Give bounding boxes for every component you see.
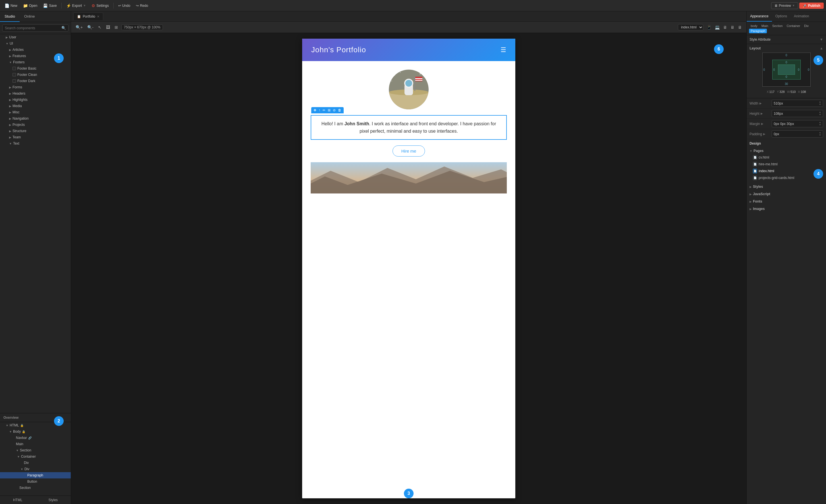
publish-button[interactable]: 🚀 Publish (799, 3, 824, 9)
tree-item-highlights[interactable]: ▶Highlights (0, 97, 71, 103)
pointer-tool-button[interactable]: ↖ (97, 24, 103, 31)
search-input[interactable] (5, 26, 60, 30)
right-panel-tabs: Appearance Options Animation (747, 11, 826, 22)
tablet-view-button[interactable]: 💻 (714, 24, 721, 31)
ov-div1[interactable]: ▶Div (0, 460, 71, 466)
delete-button[interactable]: 🗑 (337, 108, 342, 113)
bc-container[interactable]: Container (785, 23, 802, 28)
tree-item-text[interactable]: ▼Text (0, 140, 71, 146)
padding-expand-icon[interactable]: ▶ (763, 132, 765, 135)
hire-me-button[interactable]: Hire me (393, 145, 425, 156)
zoom-out-button[interactable]: 🔍- (86, 24, 95, 31)
layout-section: Layout ▲ 0 30 0 0 0 0 0 0 (747, 44, 826, 98)
layers-tool-button[interactable]: ⊞ (113, 24, 119, 31)
width-expand-icon[interactable]: ▶ (760, 102, 762, 105)
tree-item-ui[interactable]: ▼UI (0, 40, 71, 47)
width-input[interactable]: 510px ▲ ▼ (772, 100, 823, 107)
fonts-header[interactable]: ▶ Fonts (750, 198, 823, 204)
height-expand-icon[interactable]: ▶ (761, 112, 763, 115)
bc-body[interactable]: body (749, 23, 759, 28)
up-button[interactable]: ↑ (318, 108, 321, 113)
ov-main[interactable]: ▶Main (0, 441, 71, 447)
tab-html[interactable]: HTML (0, 496, 36, 504)
padding-input[interactable]: 0px ▲ ▼ (772, 130, 823, 137)
bc-section[interactable]: Section (771, 23, 784, 28)
desktop-sm-view-button[interactable]: 🖥 (722, 24, 728, 31)
copy-button[interactable]: ⊞ (327, 108, 332, 113)
tree-item-headers[interactable]: ▶Headers (0, 90, 71, 97)
tree-item-features[interactable]: ▶Features (0, 53, 71, 59)
content-box (778, 64, 795, 75)
width-stepper[interactable]: ▲ ▼ (819, 101, 821, 106)
layout-toggle[interactable]: ▲ (820, 46, 823, 50)
desktop-lg-view-button[interactable]: 🖥 (737, 24, 743, 31)
tree-item-media[interactable]: ▶Media (0, 103, 71, 109)
undo-button[interactable]: ↩ Undo (116, 3, 133, 9)
tree-item-user[interactable]: ▶User (0, 34, 71, 40)
edit-button[interactable]: ✏ (322, 108, 326, 113)
file-selector[interactable]: index.html (678, 24, 703, 30)
export-button[interactable]: ⚡ Export ▼ (64, 2, 88, 9)
margin-expand-icon[interactable]: ▶ (761, 122, 763, 125)
js-header[interactable]: ▶ JavaScript (750, 191, 823, 197)
selected-paragraph-block[interactable]: ✥ ↑ ✏ ⊞ ⊘ 🗑 Hello! I am John Smith. I wo… (311, 115, 507, 140)
ov-paragraph[interactable]: ▶Paragraph (0, 472, 71, 479)
ov-section2[interactable]: ▶Section (0, 485, 71, 491)
page-projects[interactable]: 📄 projects-grid-cards.html (750, 175, 823, 181)
tree-item-navigation[interactable]: ▶Navigation (0, 115, 71, 122)
ov-navbar[interactable]: ▶Navbar 🔗 (0, 435, 71, 441)
page-cv[interactable]: 📄 cv.html (750, 154, 823, 161)
tab-studio[interactable]: Studio (0, 11, 20, 22)
zoom-in-button[interactable]: 🔍+ (74, 24, 84, 31)
padding-stepper[interactable]: ▲ ▼ (819, 132, 821, 136)
ov-div2[interactable]: ▼Div (0, 466, 71, 472)
tab-styles[interactable]: Styles (36, 496, 71, 504)
tab-online[interactable]: Online (20, 11, 40, 22)
move-button[interactable]: ✥ (313, 108, 317, 113)
page-index[interactable]: 📄 index.html (750, 168, 823, 175)
pages-header[interactable]: ▼ Pages (750, 148, 823, 154)
ov-section1[interactable]: ▼Section (0, 447, 71, 453)
unlink-button[interactable]: ⊘ (332, 108, 337, 113)
ov-button[interactable]: ▶Button (0, 479, 71, 485)
settings-button[interactable]: ⚙ Settings (89, 2, 111, 9)
canvas-area[interactable]: 3 6 John's Portfolio ☰ (71, 33, 747, 504)
bc-div[interactable]: Div (803, 23, 810, 28)
tree-item-articles[interactable]: ▶Articles (0, 47, 71, 53)
bc-paragraph[interactable]: Paragraph (749, 29, 767, 33)
tree-item-forms[interactable]: ▶Forms (0, 84, 71, 90)
mobile-view-button[interactable]: 📱 (705, 24, 713, 31)
page-hire-me[interactable]: 📄 hire-me.html (750, 161, 823, 168)
images-header[interactable]: ▶ Images (750, 206, 823, 212)
tree-item-team[interactable]: ▶Team (0, 134, 71, 140)
margin-input[interactable]: 0px 0px 30px ▲ ▼ (772, 120, 823, 127)
canvas-tab-portfolio[interactable]: 📋 Portfolio ✕ (73, 12, 103, 20)
tab-options[interactable]: Options (772, 11, 790, 21)
open-button[interactable]: 📁 Open (21, 2, 40, 9)
ov-container[interactable]: ▼Container (0, 453, 71, 460)
tab-close-button[interactable]: ✕ (97, 15, 100, 18)
tree-item-misc[interactable]: ▶Misc (0, 109, 71, 115)
tree-item-footers[interactable]: ▼Footers (0, 59, 71, 65)
save-button[interactable]: 💾 Save (41, 2, 59, 9)
margin-stepper[interactable]: ▲ ▼ (819, 121, 821, 126)
tab-animation[interactable]: Animation (790, 11, 812, 21)
ov-html[interactable]: ▼HTML 🔒 (0, 422, 71, 428)
hamburger-icon[interactable]: ☰ (500, 46, 506, 54)
desktop-md-view-button[interactable]: 🖥 (729, 24, 735, 31)
tree-item-structure[interactable]: ▶Structure (0, 128, 71, 134)
preview-button[interactable]: 🖥 Preview ▼ (771, 2, 798, 9)
bc-main[interactable]: Main (760, 23, 770, 28)
ov-body[interactable]: ▼Body 🔒 (0, 428, 71, 435)
tree-item-footer-clean[interactable]: Footer Clean (0, 72, 71, 78)
redo-button[interactable]: ↪ Redo (134, 3, 151, 9)
new-button[interactable]: 📄 New (2, 2, 20, 9)
tree-item-footer-dark[interactable]: Footer Dark (0, 78, 71, 84)
tree-item-projects[interactable]: ▶Projects (0, 122, 71, 128)
image-tool-button[interactable]: 🖼 (105, 24, 111, 31)
height-input[interactable]: 108px ▲ ▼ (772, 110, 823, 117)
styles-header[interactable]: ▶ Styles (750, 184, 823, 190)
tab-appearance[interactable]: Appearance (747, 11, 772, 21)
height-stepper[interactable]: ▲ ▼ (819, 111, 821, 116)
tree-item-footer-basic[interactable]: Footer Basic (0, 65, 71, 72)
